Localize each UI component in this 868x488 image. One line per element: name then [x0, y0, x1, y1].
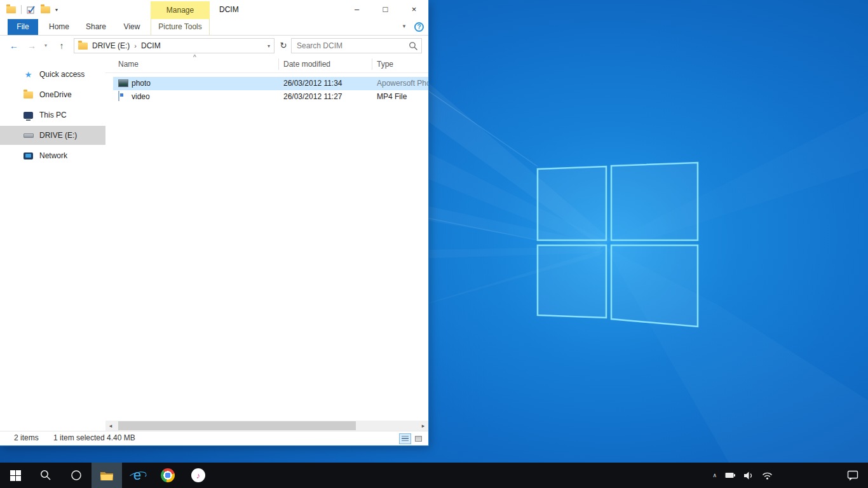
maximize-button[interactable]: □ [371, 0, 400, 19]
file-explorer-icon [100, 470, 114, 481]
forward-button[interactable]: → [24, 36, 39, 56]
ribbon-collapse-icon[interactable]: ▾ [398, 19, 410, 34]
chrome-button[interactable] [153, 463, 183, 488]
breadcrumb-drive[interactable]: DRIVE (E:) [90, 41, 132, 50]
details-view-icon [402, 436, 409, 442]
sidebar-item-label: OneDrive [39, 90, 72, 99]
column-divider[interactable] [372, 58, 372, 70]
qat-folder-icon[interactable] [6, 6, 16, 13]
items-count: 2 items [14, 431, 39, 445]
hidden-icons-chevron-icon[interactable]: ∧ [712, 472, 717, 478]
system-tray: ∧ [712, 463, 773, 488]
onedrive-icon [24, 92, 33, 98]
tab-share[interactable]: Share [78, 19, 114, 35]
quick-access-star-icon: ★ [25, 71, 32, 79]
sidebar-item-label: Network [39, 151, 67, 160]
windows-logo [538, 163, 698, 327]
tab-home[interactable]: Home [41, 19, 78, 35]
file-row-photo[interactable]: photo 26/03/2012 11:34 Apowersoft Pho [113, 77, 428, 90]
quick-access-toolbar: ▾ [6, 0, 58, 19]
window-title: DCIM [219, 0, 239, 19]
network-icon [24, 152, 33, 159]
action-center-button[interactable] [847, 463, 859, 488]
sidebar-item-onedrive[interactable]: OneDrive [0, 85, 105, 104]
itunes-icon: ♪ [191, 468, 205, 482]
taskbar-search-button[interactable] [31, 463, 61, 488]
drive-icon [24, 133, 34, 138]
tab-file[interactable]: File [8, 19, 38, 35]
sidebar-item-label: Quick access [39, 70, 85, 79]
column-header-name[interactable]: Name [118, 56, 139, 72]
minimize-button[interactable]: – [342, 0, 371, 19]
cortana-circle-icon [71, 470, 82, 481]
address-bar: ← → ▾ ↑ DRIVE (E:) › DCIM ▾ ↻ [0, 36, 428, 56]
scroll-right-icon[interactable]: ▸ [418, 421, 428, 431]
breadcrumb-folder-icon [78, 43, 88, 50]
itunes-button[interactable]: ♪ [183, 463, 214, 488]
sidebar-item-quick-access[interactable]: ★ Quick access [0, 65, 105, 84]
qat-properties-icon[interactable] [27, 6, 36, 14]
history-dropdown-icon[interactable]: ▾ [41, 36, 51, 56]
file-date-modified: 26/03/2012 11:27 [283, 90, 342, 104]
qat-customize-dropdown-icon[interactable]: ▾ [55, 7, 58, 13]
search-box [291, 38, 422, 53]
close-button[interactable]: × [400, 0, 428, 19]
file-name: photo [132, 77, 151, 90]
selection-size: 4.40 MB [107, 431, 135, 445]
refresh-button[interactable]: ↻ [277, 38, 290, 53]
photo-thumbnail-icon [118, 79, 128, 87]
start-button[interactable] [0, 463, 31, 488]
wifi-icon[interactable] [762, 471, 773, 480]
computer-icon [24, 112, 33, 119]
help-icon[interactable]: ? [414, 22, 424, 32]
window-controls: – □ × [342, 0, 428, 19]
tab-picture-tools[interactable]: Picture Tools [151, 19, 210, 35]
taskbar-file-explorer-button[interactable] [92, 463, 122, 488]
sidebar-item-label: This PC [39, 111, 67, 119]
volume-icon[interactable] [744, 471, 754, 480]
scrollbar-thumb[interactable] [118, 421, 356, 430]
tab-view[interactable]: View [114, 19, 149, 35]
sidebar-item-drive-e[interactable]: DRIVE (E:) [0, 126, 105, 145]
titlebar: ▾ Manage DCIM – □ × [0, 0, 428, 19]
internet-explorer-button[interactable]: e [122, 463, 153, 488]
navigation-pane: ★ Quick access OneDrive This PC DRIVE (E… [0, 56, 105, 421]
file-explorer-window: ▾ Manage DCIM – □ × File Home Share View… [0, 0, 428, 445]
horizontal-scrollbar[interactable]: ◂ ▸ [105, 421, 428, 431]
column-header-type[interactable]: Type [377, 56, 393, 72]
qat-divider [21, 5, 22, 14]
column-headers: ^ Name Date modified Type [105, 56, 428, 73]
search-icon [40, 470, 51, 481]
sidebar-item-this-pc[interactable]: This PC [0, 105, 105, 125]
file-list-area: ^ Name Date modified Type photo 26/03/20… [105, 56, 428, 421]
column-divider[interactable] [278, 58, 279, 70]
back-button[interactable]: ← [5, 36, 23, 56]
scroll-left-icon[interactable]: ◂ [105, 421, 116, 431]
search-icon [409, 41, 418, 51]
file-type: MP4 File [377, 90, 428, 104]
battery-icon[interactable] [725, 472, 736, 478]
qat-new-folder-icon[interactable] [41, 6, 50, 13]
breadcrumb-dcim[interactable]: DCIM [139, 41, 163, 50]
internet-explorer-icon: e [130, 468, 145, 483]
taskbar-buttons: e ♪ [0, 463, 214, 488]
file-date-modified: 26/03/2012 11:34 [283, 77, 342, 90]
details-view-button[interactable] [399, 433, 411, 444]
cortana-button[interactable] [61, 463, 92, 488]
thumbnails-view-icon [415, 436, 422, 442]
sidebar-item-network[interactable]: Network [0, 146, 105, 165]
address-dropdown-icon[interactable]: ▾ [268, 43, 270, 49]
manage-contextual-tab[interactable]: Manage [151, 1, 210, 19]
breadcrumb[interactable]: DRIVE (E:) › DCIM ▾ [74, 38, 275, 53]
up-button[interactable]: ↑ [53, 36, 70, 56]
breadcrumb-separator: › [134, 42, 137, 50]
search-input[interactable] [292, 39, 421, 53]
thumbnails-view-button[interactable] [412, 433, 424, 444]
sidebar-item-label: DRIVE (E:) [39, 131, 77, 140]
ribbon-tabs: File Home Share View Picture Tools ▾ ? [0, 19, 428, 36]
action-center-icon [847, 470, 859, 481]
column-header-date-modified[interactable]: Date modified [283, 56, 330, 72]
file-row-video[interactable]: video 26/03/2012 11:27 MP4 File [113, 90, 428, 104]
file-type: Apowersoft Pho [377, 77, 428, 90]
sort-ascending-icon: ^ [193, 54, 196, 61]
